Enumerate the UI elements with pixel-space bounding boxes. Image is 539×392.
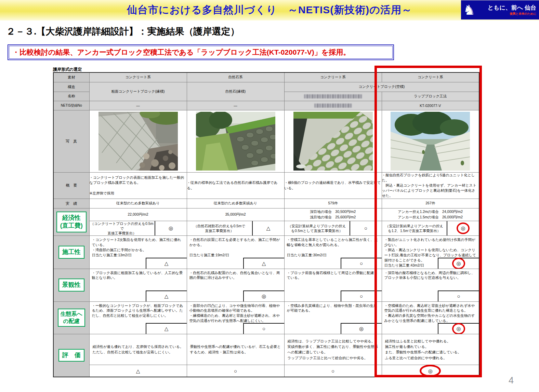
landscape-col1: ・ブロック表面に粗面加工を施しているが、人工的な景観となり易い。 △ — [89, 269, 187, 301]
structure-name-col1: 粗面コンクリートブロック(練積) — [89, 82, 187, 101]
title-banner: 仙台市における多自然川づくり ～NETIS(新技術)の活用～ — [0, 0, 539, 21]
horse-rider-icon: ♞ — [463, 2, 475, 18]
workability-rating-col4: ◎ — [438, 258, 479, 269]
table-title: 護岸形式の選定 — [53, 67, 479, 72]
photo-rough-concrete-block — [98, 112, 178, 171]
landscape-col4: ・深目地の擬石模様となるため、周辺の景観に調和し、ブロック単体も小型になり圧迫感… — [382, 269, 479, 301]
evaluation-rating-col1: △ — [90, 365, 187, 377]
evaluation-rating-col2: ○ — [187, 365, 284, 377]
workability-rating-col2: △ — [243, 258, 284, 269]
evaluation-rating-col3: ○ — [285, 365, 382, 377]
row-material: 素材 コンクリート系 自然石系 コンクリート系 コンクリート系 — [53, 72, 479, 82]
row-label-evaluation: 評 価 — [53, 334, 89, 377]
row-label-photo: 写 真 — [53, 110, 89, 172]
photo-cell-col3 — [284, 110, 382, 172]
evaluation-col4: 経済性はふる里と比較してやや優れる。 施工性が最も優れている。 また、景観性や生… — [382, 334, 479, 377]
row-label-material: 素材 — [53, 72, 89, 82]
logo-text-block: ともに、前へ 仙台 復興と未来のために — [475, 4, 536, 16]
row-workability: 施工性 ・コンクリート2次製品を使用するため、施工性に優れている。 ・湾曲部の施… — [53, 236, 479, 269]
name-col3-cell — [284, 92, 382, 101]
landscape-col2: ・自然石の乱積み配置のため、自然な風合いとなり、周囲の景観に溶け込みやすい。 ◎ — [187, 269, 284, 301]
slide-banner-title: 仙台市における多自然川づくり ～NETIS(新技術)の活用～ — [0, 0, 539, 20]
landscape-rating-col4: ○ — [438, 290, 479, 301]
row-results: 実 績 従来型のため多数実績あり 従来型のため多数実績あり 579件 267件 — [53, 199, 479, 208]
landscape-rating-col3: ○ — [341, 290, 382, 301]
page-number: 4 — [509, 375, 514, 386]
row-netis: NETIS登録No ― ― KT-020077-V — [53, 101, 479, 110]
summary-col1: ・コンクリートブロックの表面に粗面加工を施した一般的なブロック積み護岸工である。… — [89, 172, 187, 199]
conclusion-callout-box: ・比較検討の結果、アンカー式ブロック空積工法である「ラップブロック工法(KT-0… — [8, 44, 394, 60]
red-circle-highlight: ◎ — [452, 323, 465, 334]
comparison-table-area: 護岸形式の選定 素材 コンクリート系 自然石系 コンクリート系 コンクリート系 … — [53, 67, 479, 377]
row-economy: 経済性 (直工費) 22,000円/m2 （コンクリートブロックの控えを0.5m… — [53, 208, 479, 236]
ecosystem-rating-col4: ◎ — [438, 323, 479, 334]
workability-col3: ・空積工法を基本としていることから施工性が良く、大幅な省略化と無人化が図られる。… — [284, 236, 382, 269]
landscape-rating-col2: ◎ — [243, 290, 284, 301]
page-title: ２－３.【大柴沢護岸詳細設計】：実施結果（護岸選定） — [6, 25, 240, 38]
ecosystem-col4: ・空積構造のため、裏込材と背面土砂が遮断されず水や空気の流通が行われ植生生育に優… — [382, 301, 479, 334]
economy-col2: 35,000円/m2 （自然石雑割石の控えを0.5mで 直接工事費算出） △ — [187, 208, 284, 236]
row-label-economy: 経済性 (直工費) — [53, 208, 89, 236]
row-summary: 概 要 ・コンクリートブロックの表面に粗面加工を施した一般的なブロック積み護岸工… — [53, 172, 479, 199]
photo-cell-col1 — [89, 110, 187, 172]
structure-col3-4: コンクリートブロック(空積) — [284, 82, 479, 92]
row-label-summary: 概 要 — [53, 172, 89, 199]
revetment-comparison-table: 素材 コンクリート系 自然石系 コンクリート系 コンクリート系 構造 粗面コンク… — [53, 72, 479, 377]
photo-natural-stone-wall — [196, 112, 275, 171]
red-circle-highlight: ◎ — [452, 258, 465, 269]
summary-col4: ・擬似自然石ブロックを鉄筋により5連のユニット化とした。 胴込・裏込コンクリート… — [382, 172, 479, 199]
evaluation-rating-col4: ◎ — [382, 365, 479, 377]
logo-main-text: ともに、前へ 仙台 — [488, 4, 536, 12]
evaluation-col3: 経済性は、ラップブロック工法と比較してやや劣る。 実績件数が多く、施工性に優れて… — [284, 334, 382, 377]
name-col4: ラップブロック工法 — [382, 92, 479, 101]
workability-col1: ・コンクリート2次製品を使用するため、施工性に優れている。 ・湾曲部の施工に手間… — [89, 236, 187, 269]
redacted-netis — [314, 104, 352, 108]
results-col4: 267件 — [382, 199, 479, 208]
photo-connected-block-wall — [293, 112, 373, 171]
ecosystem-rating-col1: △ — [146, 323, 187, 334]
economy-rating-col1: ◎ — [155, 221, 187, 236]
conclusion-text: ・比較検討の結果、アンカー式ブロック空積工法である「ラップブロック工法(KT-0… — [12, 48, 350, 57]
results-col2: 従来型のため多数実績あり — [187, 199, 284, 208]
ecosystem-rating-col2: ○ — [243, 323, 284, 334]
workability-rating-col1: △ — [146, 258, 187, 269]
row-ecosystem: 生態系へ の配慮 ・一般的なコンクリートブロックが、粗面ブロックであるため、滑面… — [53, 301, 479, 334]
evaluation-col1: 経済性が最も優れており、左岸側でも採用されている。 ただし、自然石と比較して植生… — [89, 334, 187, 377]
ecosystem-col2: ・面部分の凹凸により、コケや微生物等の付着、植物や小動物の生息場所の確保が可能で… — [187, 301, 284, 334]
ecosystem-col1: ・一般的なコンクリートブロックが、粗面ブロックであるため、滑面ブロックよりも生態… — [89, 301, 187, 334]
row-label-name: 名称 — [53, 92, 89, 101]
workability-col2: ・自然石の設置に石工を必要とするため、施工に手間がかかる。 日当たり施工量:19… — [187, 236, 284, 269]
economy-col4: アンカー控え1.2mの場合 24,000円/m2 アンカー控え1.5mの場合 2… — [382, 208, 479, 236]
ecosystem-col3: ・空積み多孔質構造により、植物や魚類・昆虫等の生息が可能である。 ◎ — [284, 301, 382, 334]
material-col4: コンクリート系 — [382, 72, 479, 82]
row-label-structure: 構造 — [53, 82, 89, 92]
redacted-name — [304, 94, 362, 98]
results-col1: 従来型のため多数実績あり — [89, 199, 187, 208]
netis-col2: ― — [187, 101, 284, 110]
row-label-landscape: 景観性 — [53, 269, 89, 301]
photo-wrap-block-channel — [391, 112, 470, 171]
landscape-rating-col1: △ — [146, 290, 187, 301]
row-label-workability: 施工性 — [53, 236, 89, 269]
economy-rating-col3: ○ — [350, 221, 382, 236]
logo-sub-text: 復興と未来のために — [510, 12, 537, 16]
netis-col4: KT-020077-V — [382, 101, 479, 110]
economy-col1: 22,000円/m2 （コンクリートブロックの控えを0.5mで 直接工事費算出）… — [89, 208, 187, 236]
row-label-ecosystem: 生態系へ の配慮 — [53, 301, 89, 334]
summary-col3: ・横6個のブロックの連結構造であり、水平積みで安定している。 — [284, 172, 382, 199]
economy-col3: 深目地の場合 30,500円/m2 浅目地の場合 25,600円/m2 （安定計… — [284, 208, 382, 236]
landscape-col3: ・ブロック前面を擬石模様として周辺との景観に配慮している。 ○ — [284, 269, 382, 301]
material-col2: 自然石系 — [187, 72, 284, 82]
row-label-netis: NETIS登録No — [53, 101, 89, 110]
material-col3: コンクリート系 — [284, 72, 382, 82]
row-label-results: 実 績 — [53, 199, 89, 208]
structure-name-col2: 自然石(練積) — [187, 82, 284, 101]
material-col1: コンクリート系 — [89, 72, 187, 82]
photo-cell-col2 — [187, 110, 284, 172]
economy-rating-col2: △ — [252, 221, 284, 236]
economy-rating-col4: ◎ — [447, 221, 479, 236]
netis-col3-cell — [284, 101, 382, 110]
row-photo: 写 真 — [53, 110, 479, 172]
summary-col2: ・従来の標準的な工法である自然石の練石積み護岸である。 — [187, 172, 284, 199]
row-landscape: 景観性 ・ブロック表面に粗面加工を施しているが、人工的な景観となり易い。 △ ・… — [53, 269, 479, 301]
